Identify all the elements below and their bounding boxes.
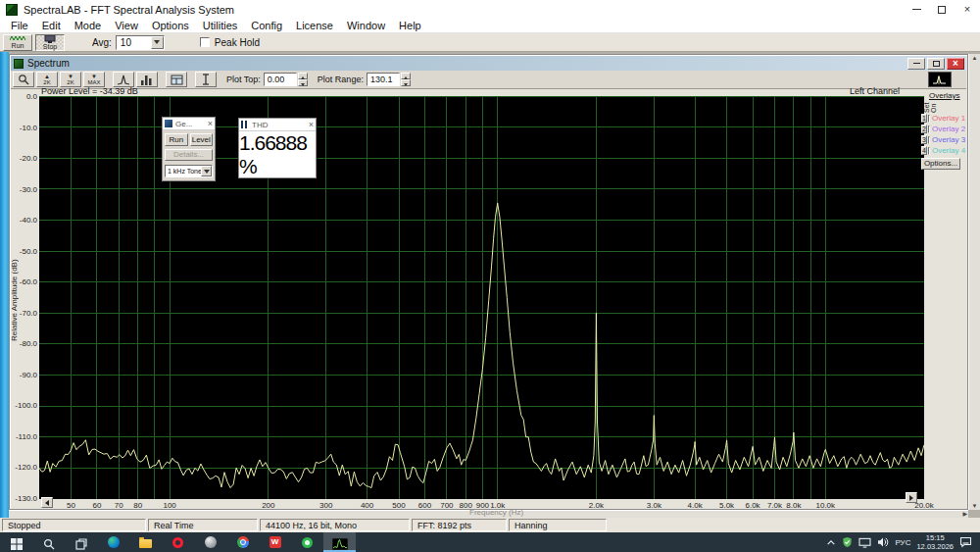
taskbar-file-explorer-button[interactable]	[129, 532, 162, 552]
edge-icon	[108, 536, 120, 548]
notifications-icon[interactable]	[959, 536, 972, 548]
menu-options[interactable]: Options	[145, 20, 196, 31]
menu-window[interactable]: Window	[340, 20, 392, 31]
chevron-down-icon[interactable]	[201, 166, 212, 176]
peak-hold-checkbox[interactable]	[200, 37, 210, 47]
overlays-options-button[interactable]: Options...	[921, 158, 960, 170]
overlay-set-button-1[interactable]: 1	[921, 114, 927, 123]
scroll-down-icon[interactable]: ▼	[969, 503, 980, 509]
x-tick-4.0k: 4.0k	[678, 501, 711, 510]
generator-level-button[interactable]: Level	[190, 133, 214, 146]
taskbar-start-button[interactable]	[0, 532, 32, 552]
desktop-background-strip	[0, 52, 9, 518]
menu-license[interactable]: License	[289, 20, 340, 31]
zoom-in-2x-button[interactable]: ▲2K	[36, 72, 58, 87]
overlay-row-3: 3Overlay 3	[921, 134, 965, 145]
app-icon	[6, 4, 18, 16]
generator-titlebar[interactable]: Ge... ×	[163, 118, 215, 130]
spectrum-maximize-button[interactable]	[927, 58, 945, 70]
taskbar-word-button[interactable]	[259, 532, 291, 552]
spectrum-title: Spectrum	[27, 58, 70, 69]
taskbar-gimp-button[interactable]	[194, 532, 226, 552]
overlay-on-checkbox-2[interactable]	[928, 125, 930, 133]
overlay-set-button-4[interactable]: 4	[921, 146, 927, 155]
generator-signal-select[interactable]: 1 kHz Tone	[165, 165, 213, 177]
overlay-on-checkbox-4[interactable]	[928, 147, 930, 155]
pan-right-button[interactable]	[906, 492, 917, 503]
defender-shield-icon[interactable]	[842, 536, 853, 548]
line-plot-button[interactable]	[113, 72, 134, 87]
taskbar-task-view-button[interactable]	[65, 532, 97, 552]
marker-tool-button[interactable]	[195, 72, 217, 87]
generator-close-icon[interactable]: ×	[208, 120, 213, 128]
cursor-readout-button[interactable]	[928, 72, 952, 87]
menu-view[interactable]: View	[108, 20, 145, 31]
tray-expand-icon[interactable]	[826, 538, 836, 546]
menu-config[interactable]: Config	[244, 20, 289, 31]
y-tick--130.0: -130.0	[12, 494, 37, 503]
generator-details-button[interactable]: Details...	[165, 149, 213, 161]
spectrum-titlebar[interactable]: Spectrum ×	[11, 56, 966, 71]
taskbar-chrome-button[interactable]	[226, 532, 259, 552]
main-toolbar: Run Stop Avg: 10 Peak Hold	[0, 33, 980, 52]
taskbar-search-button[interactable]	[32, 532, 65, 552]
close-button[interactable]: ×	[955, 0, 980, 19]
menu-mode[interactable]: Mode	[68, 20, 109, 31]
pan-left-button[interactable]	[41, 497, 53, 508]
x-tick-8.0k: 8.0k	[777, 501, 810, 510]
thd-close-icon[interactable]: ×	[309, 121, 314, 129]
thd-window-icon	[241, 121, 249, 128]
taskbar-spectralab-button[interactable]	[323, 532, 356, 552]
overlay-on-checkbox-1[interactable]	[928, 115, 930, 123]
menu-help[interactable]: Help	[392, 20, 428, 31]
mdi-vertical-scrollbar[interactable]: ▲ ▼	[968, 54, 980, 510]
language-indicator[interactable]: РУС	[895, 538, 910, 547]
maximize-button[interactable]	[929, 0, 955, 19]
menu-utilities[interactable]: Utilities	[196, 20, 244, 31]
status-fft-window: Hanning	[509, 519, 607, 531]
network-display-icon[interactable]	[858, 537, 871, 548]
overlay-label-1: Overlay 1	[932, 114, 965, 123]
spectralab-icon	[332, 536, 348, 548]
zoom-select-button[interactable]	[13, 72, 34, 87]
clock[interactable]: 15:15 12.03.2026	[916, 533, 954, 551]
plot-range-spinner[interactable]	[401, 73, 411, 86]
y-tick--30.0: -30.0	[12, 185, 37, 194]
menu-edit[interactable]: Edit	[35, 20, 68, 31]
magnifier-icon	[18, 74, 29, 85]
scroll-up-icon[interactable]: ▲	[969, 55, 980, 61]
menu-file[interactable]: File	[4, 20, 35, 31]
status-mode: Real Time	[148, 519, 258, 531]
zoom-out-2x-button[interactable]: ▼2K	[60, 72, 81, 87]
overlay-set-button-3[interactable]: 3	[921, 135, 927, 144]
spectrum-close-button[interactable]: ×	[947, 58, 964, 70]
y-tick--100.0: -100.0	[12, 401, 37, 410]
chevron-down-icon[interactable]	[151, 36, 164, 49]
plot-options-button[interactable]	[166, 72, 187, 87]
run-button[interactable]: Run	[3, 34, 32, 51]
x-tick-80: 80	[122, 501, 155, 510]
taskbar-media-player-button[interactable]	[291, 532, 323, 552]
taskbar-edge-button[interactable]	[97, 532, 129, 552]
bar-plot-button[interactable]	[136, 72, 158, 87]
minimize-button[interactable]	[904, 0, 929, 19]
window-title: SpectraLAB - FFT Spectral Analysis Syste…	[24, 4, 234, 16]
generator-run-button[interactable]: Run	[165, 133, 188, 146]
x-tick-400: 400	[351, 501, 384, 510]
plot-range-input[interactable]: 130.1	[367, 73, 400, 86]
overlay-set-button-2[interactable]: 2	[921, 125, 927, 133]
scroll-right-icon[interactable]: ▶	[962, 511, 967, 518]
plot-top-label: Plot Top:	[226, 75, 261, 84]
spectrum-minimize-button[interactable]	[907, 58, 925, 70]
stop-button[interactable]: Stop	[35, 34, 65, 51]
avg-select[interactable]: 10	[116, 35, 165, 50]
task-view-icon	[75, 536, 87, 548]
plot-top-spinner[interactable]	[298, 73, 308, 86]
thd-titlebar[interactable]: THD ×	[239, 119, 316, 131]
plot-top-input[interactable]: 0.00	[264, 73, 297, 86]
taskbar-opera-button[interactable]	[162, 532, 194, 552]
volume-icon[interactable]	[877, 536, 889, 548]
zoom-out-max-button[interactable]: ▼MAX	[83, 72, 105, 87]
y-axis-title: Relative Amplitude (dB)	[10, 217, 19, 383]
overlay-on-checkbox-3[interactable]	[928, 136, 930, 144]
